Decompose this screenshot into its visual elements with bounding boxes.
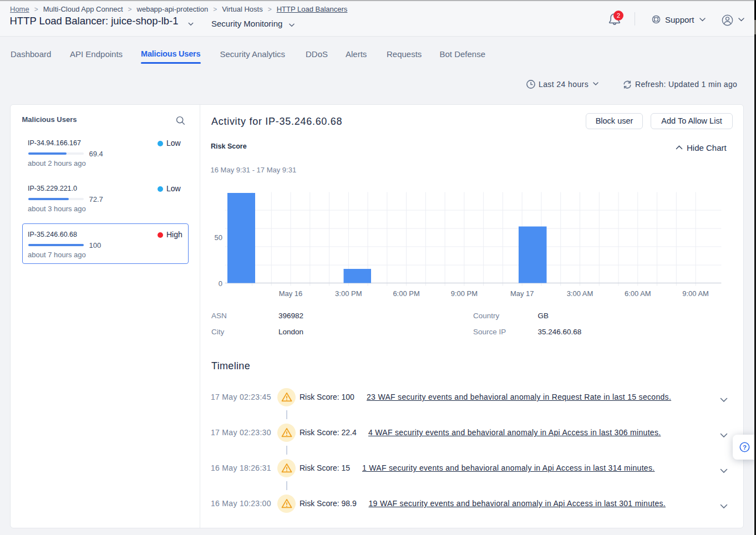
svg-text:3:00 AM: 3:00 AM <box>567 289 593 298</box>
svg-text:9:00 AM: 9:00 AM <box>682 289 709 298</box>
svg-text:0: 0 <box>219 279 222 287</box>
svg-text:?: ? <box>743 444 747 451</box>
svg-text:50: 50 <box>215 233 222 241</box>
svg-text:May 17: May 17 <box>510 289 534 298</box>
svg-text:6:00 AM: 6:00 AM <box>625 289 651 298</box>
svg-text:9:00 PM: 9:00 PM <box>451 289 478 298</box>
svg-text:May 16: May 16 <box>279 289 303 298</box>
svg-text:6:00 PM: 6:00 PM <box>393 289 419 298</box>
svg-text:3:00 PM: 3:00 PM <box>335 289 362 298</box>
